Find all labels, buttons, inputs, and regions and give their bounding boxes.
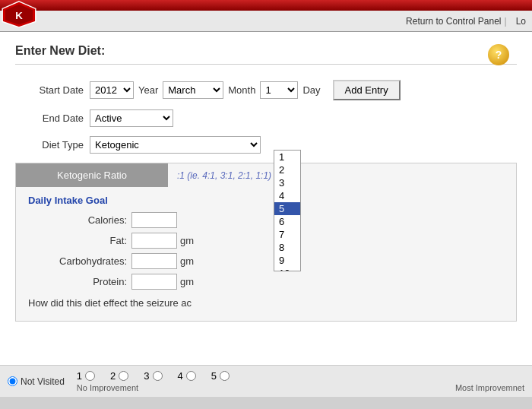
rating-3-group: 3 [144,370,162,382]
not-visited-label: Not Visited [21,376,65,387]
daily-intake-title: Daily Intake Goal [28,195,504,206]
dropdown-item-5[interactable]: 5 [274,202,300,215]
dropdown-item-3[interactable]: 3 [274,176,300,189]
carbs-row: Carbohydrates: gm [28,253,504,269]
nav-divider: | [505,16,507,27]
rating-4-radio[interactable] [186,371,196,381]
rating-1-radio[interactable] [85,371,95,381]
end-date-label: End Date [15,113,84,124]
month-select[interactable]: March January February [163,81,223,99]
ratio-hint: :1 (ie. 4:1, 3:1, 2:1, 1:1) [177,170,271,181]
protein-input[interactable] [131,274,177,290]
most-improvement-label: Most Improvemnet [455,383,524,392]
nav-bar: Return to Control Panel | Lo [0,11,532,32]
dropdown-item-9[interactable]: 9 [274,254,300,267]
protein-label: Protein: [28,276,127,287]
rating-2-label: 2 [110,370,116,382]
year-select[interactable]: 2012 2011 2013 [90,81,134,99]
page-title: Enter New Diet: [15,44,517,65]
diet-header-row: Ketogenic Ratio :1 (ie. 4:1, 3:1, 2:1, 1… [16,163,516,187]
diet-section: Ketogenic Ratio :1 (ie. 4:1, 3:1, 2:1, 1… [15,163,517,322]
end-date-row: End Date Active End Date [15,109,517,127]
diet-type-row: Diet Type Ketogenic Modified Atkins Low … [15,136,517,154]
protein-unit: gm [180,276,194,287]
rating-5-radio[interactable] [220,371,230,381]
dropdown-item-2[interactable]: 2 [274,163,300,176]
rating-4-group: 4 [178,370,196,382]
return-control-panel-link[interactable]: Return to Control Panel [406,16,501,27]
not-visited-section: Not Visited [8,376,65,387]
rating-5-group: 5 [211,370,230,382]
rating-3-radio[interactable] [153,371,163,381]
header-strip: K [0,0,532,11]
help-icon[interactable]: ? [488,44,509,65]
dropdown-item-1[interactable]: 1 [274,151,300,163]
protein-row: Protein: gm [28,274,504,290]
rating-row: Not Visited 1 2 [0,365,532,397]
fat-unit: gm [180,235,194,246]
diet-type-select[interactable]: Ketogenic Modified Atkins Low Glycemic I… [90,136,261,154]
carbs-label: Carbohydrates: [28,255,127,267]
svg-text:K: K [15,10,23,21]
ketogenic-ratio-button[interactable]: Ketogenic Ratio [16,163,168,187]
ratings-container: Not Visited 1 2 [8,370,524,392]
rating-5-label: 5 [211,370,217,382]
carbs-unit: gm [180,255,194,267]
fat-input[interactable] [131,233,177,249]
day-label: Day [302,84,320,96]
fat-row: Fat: gm [28,233,504,249]
day-dropdown[interactable]: 1234567891011121314151617181920 [274,150,301,271]
main-content: Enter New Diet: ? Start Date 2012 2011 2… [0,32,532,397]
dropdown-item-6[interactable]: 6 [274,215,300,228]
start-date-label: Start Date [15,84,84,96]
day-select[interactable]: 1 [260,81,298,99]
year-label: Year [138,84,158,96]
calories-label: Calories: [28,214,127,226]
dropdown-item-7[interactable]: 7 [274,228,300,241]
not-visited-radio[interactable] [8,376,17,386]
no-improvement-label: No Improvement [77,383,138,392]
fat-label: Fat: [28,235,127,246]
daily-intake-section: Daily Intake Goal Calories: Fat: gm Carb… [16,187,516,321]
add-entry-button[interactable]: Add Entry [333,80,401,100]
logo-shield: K [0,0,38,27]
rating-3-label: 3 [144,370,149,382]
rating-4-label: 4 [178,370,183,382]
rating-1-group: 1 [77,370,95,382]
numbers-section: 1 2 3 [77,370,524,392]
calories-row: Calories: [28,212,504,228]
dropdown-item-4[interactable]: 4 [274,189,300,202]
rating-2-group: 2 [110,370,128,382]
calories-input[interactable] [131,212,177,228]
dropdown-item-8[interactable]: 8 [274,241,300,254]
dropdown-item-10[interactable]: 10 [274,267,300,271]
rating-1-label: 1 [77,370,82,382]
month-label: Month [228,84,255,96]
seizure-question: How did this diet effect the seizure ac [28,297,504,313]
end-date-select[interactable]: Active End Date [90,109,173,127]
rating-2-radio[interactable] [119,371,128,381]
carbs-input[interactable] [131,253,177,269]
diet-type-label: Diet Type [15,139,84,151]
start-date-row: Start Date 2012 2011 2013 Year March Jan… [15,80,517,100]
logout-link[interactable]: Lo [516,16,526,27]
